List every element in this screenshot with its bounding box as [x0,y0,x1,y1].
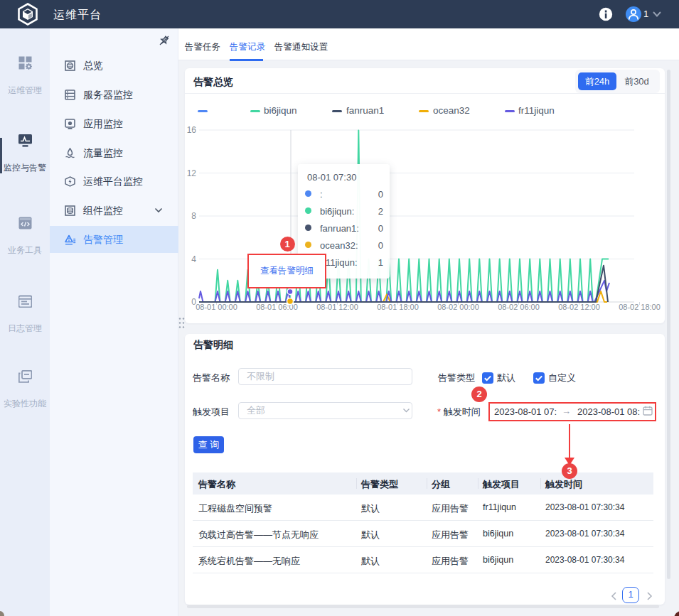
svg-text:08-01 00:00: 08-01 00:00 [196,303,237,311]
svg-text:12: 12 [187,168,197,178]
svg-text:4: 4 [191,254,196,264]
svg-text:08-01 18:00: 08-01 18:00 [377,303,419,311]
svg-text:16: 16 [187,125,197,135]
svg-text:08-01 12:00: 08-01 12:00 [316,303,358,311]
svg-text:08-02 00:00: 08-02 00:00 [437,303,479,311]
svg-text:8: 8 [191,211,196,221]
svg-text:08-02 12:00: 08-02 12:00 [558,303,600,311]
svg-text:08-02 18:00: 08-02 18:00 [619,303,661,311]
svg-text:08-02 06:00: 08-02 06:00 [498,303,540,311]
